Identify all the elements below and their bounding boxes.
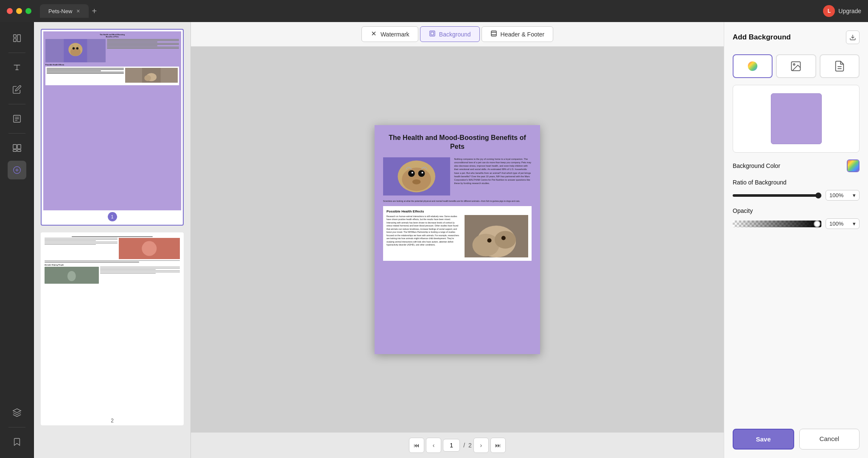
svg-rect-4 [13, 145, 16, 149]
toolbar-divider-1 [8, 53, 25, 53]
opacity-section: Opacity 100% ▾ [733, 207, 860, 229]
content-area: Watermark Background [191, 22, 724, 458]
thumb1-section-label: Possible Health Effects [45, 64, 179, 66]
doc-image-2 [465, 215, 528, 257]
svg-rect-1 [13, 39, 16, 42]
page-number-input[interactable] [443, 439, 460, 452]
top-toolbar: Watermark Background [191, 22, 724, 47]
svg-rect-7 [17, 150, 20, 152]
bg-type-color-button[interactable] [733, 54, 773, 78]
tab-header-footer-label: Header & Footer [501, 31, 545, 38]
first-page-button[interactable]: ⏮ [409, 438, 424, 453]
doc-image-1 [383, 157, 450, 195]
panel-export-button[interactable] [846, 31, 860, 44]
opacity-slider-thumb[interactable] [814, 221, 820, 227]
svg-rect-6 [13, 150, 16, 152]
next-page-button[interactable]: › [473, 438, 489, 453]
ratio-slider-track[interactable] [733, 194, 821, 197]
sidebar: The Health and Mood-BoostingBenefits of … [34, 22, 191, 458]
ratio-slider-thumb[interactable] [815, 193, 821, 198]
prev-page-button[interactable]: ‹ [426, 438, 441, 453]
cancel-button[interactable]: Cancel [799, 429, 860, 450]
bg-type-selector [733, 54, 860, 78]
action-row: Save Cancel [733, 429, 860, 450]
color-picker-button[interactable] [847, 159, 860, 172]
watermark-tab-icon [370, 30, 377, 38]
ratio-value-select[interactable]: 100% ▾ [826, 190, 860, 201]
toolbar-bookmark-icon[interactable] [8, 433, 26, 451]
user-avatar: L [823, 5, 835, 17]
titlebar: Pets-New × + L Upgrade [0, 0, 868, 22]
color-picker-gradient [848, 160, 859, 171]
upgrade-label[interactable]: Upgrade [838, 8, 861, 14]
svg-point-35 [412, 179, 421, 184]
main-container: The Health and Mood-BoostingBenefits of … [0, 22, 868, 458]
panel-header: Add Background [733, 31, 860, 44]
toolbar-text-icon[interactable] [8, 58, 26, 77]
opacity-dropdown-icon: ▾ [853, 221, 856, 227]
maximize-button[interactable] [25, 8, 31, 14]
close-button[interactable] [7, 8, 13, 14]
background-tab-icon [429, 30, 436, 38]
doc-text-2: Research on human-animal interactions is… [386, 215, 461, 257]
last-page-button[interactable]: ⏭ [490, 438, 506, 453]
tab-background[interactable]: Background [420, 26, 480, 42]
bg-color-section: Background Color [733, 159, 860, 172]
toolbar-forms-icon[interactable] [8, 109, 26, 128]
tab-header-footer[interactable]: Header & Footer [482, 26, 554, 42]
bg-color-label: Background Color [733, 162, 780, 169]
svg-rect-5 [17, 145, 20, 149]
new-tab-button[interactable]: + [92, 6, 97, 16]
svg-point-45 [794, 64, 795, 65]
bg-type-pdf-button[interactable] [820, 54, 860, 78]
page-number-1: 1 [108, 212, 117, 221]
ratio-section: Ratio of Background 100% ▾ [733, 179, 860, 201]
toolbar-organize-icon[interactable] [8, 139, 26, 157]
thumb1-image2 [125, 68, 178, 83]
thumb1-image [45, 39, 106, 62]
left-toolbar [0, 22, 34, 458]
toolbar-watermark-icon[interactable] [8, 161, 26, 179]
save-button[interactable]: Save [733, 429, 794, 450]
traffic-lights [7, 8, 31, 14]
total-pages: 2 [468, 442, 472, 449]
svg-point-16 [145, 75, 151, 81]
toolbar-pages-icon[interactable] [8, 29, 26, 47]
opacity-value-select[interactable]: 100% ▾ [826, 218, 860, 229]
svg-rect-23 [430, 31, 435, 36]
page-thumbnail-2[interactable]: Animals Helping People [41, 232, 184, 425]
tab-close-icon[interactable]: × [76, 8, 80, 14]
opacity-fill [733, 221, 821, 227]
doc-section-2: Possible Health Effects Research on huma… [383, 206, 532, 261]
page-thumbnail-1[interactable]: The Health and Mood-BoostingBenefits of … [41, 29, 184, 226]
color-swatch[interactable] [771, 93, 822, 144]
opacity-slider-track[interactable] [733, 221, 821, 227]
bg-type-image-button[interactable] [776, 54, 816, 78]
minimize-button[interactable] [16, 8, 22, 14]
doc-text-1: Nothing compares to the joy of coming ho… [454, 157, 532, 195]
tab-area: Pets-New × + [40, 4, 97, 18]
opacity-label-row: Opacity [733, 207, 860, 214]
toolbar-layers-icon[interactable] [8, 403, 26, 422]
canvas-area: The Health and Mood-Boosting Benefits of… [191, 47, 724, 433]
svg-point-13 [76, 47, 79, 50]
ratio-value: 100% [829, 192, 843, 198]
document-page: The Health and Mood-Boosting Benefits of… [375, 125, 540, 354]
panel-spacer [733, 236, 860, 422]
svg-point-33 [412, 172, 413, 173]
svg-point-32 [418, 170, 425, 177]
ratio-label: Ratio of Background [733, 179, 787, 186]
color-preview-area [733, 85, 860, 153]
page-number-2: 2 [42, 418, 182, 424]
pagination: ⏮ ‹ / 2 › ⏭ [191, 433, 724, 458]
svg-point-43 [748, 61, 757, 71]
page-preview-1: The Health and Mood-BoostingBenefits of … [43, 31, 181, 210]
toolbar-annotation-icon[interactable] [8, 80, 26, 99]
tab-pets-new[interactable]: Pets-New × [40, 4, 89, 18]
tab-background-label: Background [439, 31, 471, 38]
svg-point-20 [67, 271, 76, 281]
tab-watermark[interactable]: Watermark [361, 26, 418, 42]
svg-point-18 [142, 241, 157, 256]
svg-rect-0 [13, 35, 16, 37]
opacity-slider-row: 100% ▾ [733, 218, 860, 229]
